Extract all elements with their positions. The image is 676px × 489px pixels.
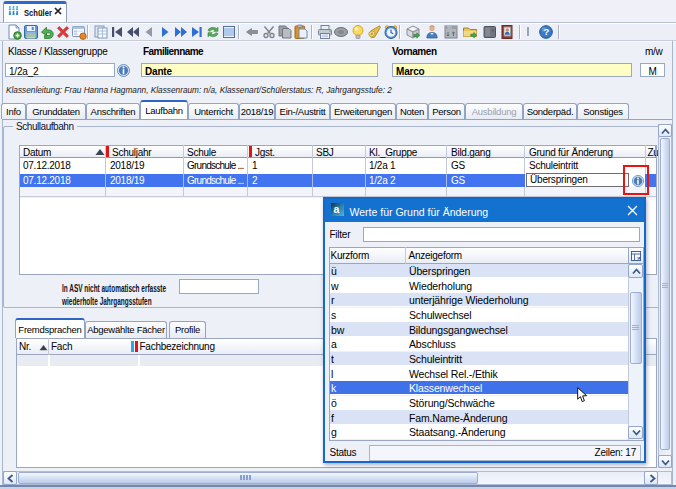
svg-text:TO: TO: [447, 25, 452, 29]
svg-text:?: ?: [543, 26, 549, 37]
